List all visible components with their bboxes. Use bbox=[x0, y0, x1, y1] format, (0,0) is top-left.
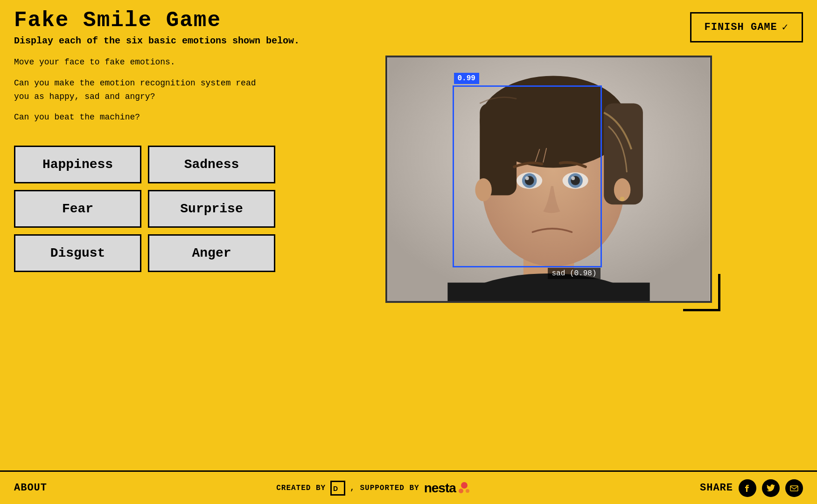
emotion-button-anger[interactable]: Anger bbox=[148, 234, 275, 272]
svg-rect-26 bbox=[790, 486, 798, 491]
camera-container: 0.99 sad (0.98) bbox=[385, 56, 712, 303]
instructions: Move your face to fake emotions. Can you… bbox=[14, 56, 275, 132]
face-area: 0.99 sad (0.98) bbox=[387, 57, 710, 301]
app-title: Fake Smile Game bbox=[14, 8, 300, 33]
finish-game-label: FINISH GAME bbox=[705, 21, 777, 33]
about-link[interactable]: ABOUT bbox=[14, 482, 47, 494]
svg-rect-3 bbox=[447, 283, 649, 301]
svg-point-20 bbox=[620, 196, 624, 201]
emotion-button-sadness[interactable]: Sadness bbox=[148, 146, 275, 183]
svg-point-17 bbox=[571, 176, 575, 180]
svg-text:D: D bbox=[333, 485, 338, 492]
face-illustration bbox=[387, 57, 710, 301]
svg-point-23 bbox=[461, 482, 468, 489]
svg-point-25 bbox=[466, 489, 469, 493]
nesta-text: nesta bbox=[424, 481, 456, 496]
emotion-button-surprise[interactable]: Surprise bbox=[148, 190, 275, 228]
footer-credits: CREATED BY D , SUPPORTED BY nesta bbox=[276, 481, 471, 496]
finish-game-button[interactable]: FINISH GAME ✓ bbox=[690, 12, 803, 42]
emotion-grid: Happiness Sadness Fear Surprise Disgust … bbox=[14, 146, 275, 272]
facebook-icon[interactable] bbox=[739, 479, 756, 497]
email-icon[interactable] bbox=[785, 479, 803, 497]
emotion-button-disgust[interactable]: Disgust bbox=[14, 234, 141, 272]
footer-share: SHARE bbox=[700, 479, 803, 497]
header-left: Fake Smile Game Display each of the six … bbox=[14, 8, 300, 46]
left-panel: Move your face to fake emotions. Can you… bbox=[14, 56, 275, 466]
svg-point-18 bbox=[475, 178, 491, 201]
instruction-line1: Move your face to fake emotions. bbox=[14, 56, 275, 69]
twitter-icon[interactable] bbox=[762, 479, 780, 497]
nesta-logo: nesta bbox=[424, 481, 471, 496]
main-content: Move your face to fake emotions. Can you… bbox=[0, 51, 817, 470]
svg-point-24 bbox=[459, 489, 463, 493]
emotion-button-fear[interactable]: Fear bbox=[14, 190, 141, 228]
svg-point-13 bbox=[525, 176, 529, 180]
header: Fake Smile Game Display each of the six … bbox=[0, 0, 817, 51]
footer: ABOUT CREATED BY D , SUPPORTED BY nesta … bbox=[0, 470, 817, 504]
right-panel: 0.99 sad (0.98) bbox=[294, 56, 803, 466]
instruction-line3: Can you beat the machine? bbox=[14, 111, 275, 124]
app-subtitle: Display each of the six basic emotions s… bbox=[14, 35, 300, 46]
share-label: SHARE bbox=[700, 482, 733, 494]
instruction-line2: Can you make the emotion recognition sys… bbox=[14, 77, 275, 104]
deepmind-logo: D bbox=[330, 481, 345, 496]
nesta-icon bbox=[458, 482, 471, 495]
finish-check-icon: ✓ bbox=[782, 21, 789, 34]
supported-by-label: , SUPPORTED BY bbox=[350, 484, 419, 492]
created-by-label: CREATED BY bbox=[276, 484, 326, 492]
emotion-button-happiness[interactable]: Happiness bbox=[14, 146, 141, 183]
